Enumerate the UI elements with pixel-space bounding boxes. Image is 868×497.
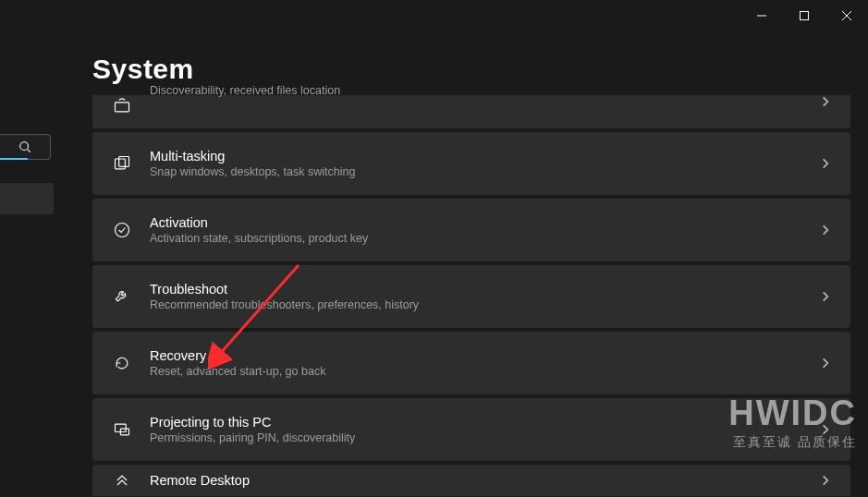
- checkmark-circle-icon: [111, 219, 133, 241]
- row-multi-tasking[interactable]: Multi-tasking Snap windows, desktops, ta…: [92, 132, 850, 195]
- row-recovery[interactable]: Recovery Reset, advanced start-up, go ba…: [92, 332, 850, 394]
- share-icon: [111, 95, 133, 117]
- row-subtitle: Snap windows, desktops, task switching: [150, 165, 819, 178]
- chevron-right-icon: [819, 290, 832, 303]
- svg-rect-6: [116, 103, 129, 112]
- row-title: Recovery: [150, 348, 819, 363]
- row-subtitle: Permissions, pairing PIN, discoverabilit…: [150, 431, 819, 444]
- wrench-icon: [111, 285, 133, 308]
- sidebar-selected-item[interactable]: [0, 183, 54, 214]
- chevron-right-icon: [819, 474, 832, 487]
- search-icon: [18, 140, 31, 153]
- search-input[interactable]: [0, 134, 51, 160]
- row-title: Projecting to this PC: [150, 415, 819, 430]
- minimize-button[interactable]: [740, 0, 783, 31]
- row-title: Troubleshoot: [150, 282, 819, 297]
- row-subtitle: Activation state, subscriptions, product…: [150, 232, 819, 245]
- projecting-icon: [111, 418, 133, 441]
- row-title: Remote Desktop: [150, 473, 819, 488]
- sidebar: [0, 0, 55, 497]
- row-subtitle: Recommended troubleshooters, preferences…: [150, 298, 819, 311]
- recovery-icon: [111, 352, 133, 374]
- multitask-icon: [111, 152, 133, 175]
- row-remote-desktop[interactable]: Remote Desktop: [92, 465, 850, 496]
- svg-line-5: [28, 150, 31, 152]
- row-activation[interactable]: Activation Activation state, subscriptio…: [92, 199, 850, 261]
- svg-point-9: [116, 224, 129, 237]
- svg-point-4: [20, 142, 29, 151]
- chevron-right-icon: [819, 157, 832, 170]
- row-title: Activation: [150, 215, 819, 230]
- page-title: System: [92, 54, 194, 85]
- svg-rect-8: [119, 157, 129, 167]
- svg-rect-7: [116, 159, 126, 169]
- settings-list: Discoverability, received files location…: [92, 95, 850, 496]
- chevron-right-icon: [819, 423, 832, 436]
- row-nearby-sharing[interactable]: Discoverability, received files location: [92, 95, 850, 128]
- close-button[interactable]: [825, 0, 868, 31]
- row-projecting[interactable]: Projecting to this PC Permissions, pairi…: [92, 398, 850, 461]
- chevron-right-icon: [819, 357, 832, 370]
- row-subtitle: Discoverability, received files location: [150, 84, 819, 97]
- chevron-right-icon: [819, 95, 832, 108]
- chevron-right-icon: [819, 224, 832, 236]
- row-title: Multi-tasking: [150, 149, 819, 164]
- maximize-button[interactable]: [783, 0, 825, 31]
- remote-desktop-icon: [111, 469, 133, 491]
- svg-rect-1: [801, 12, 809, 20]
- row-troubleshoot[interactable]: Troubleshoot Recommended troubleshooters…: [92, 265, 850, 328]
- row-subtitle: Reset, advanced start-up, go back: [150, 365, 819, 378]
